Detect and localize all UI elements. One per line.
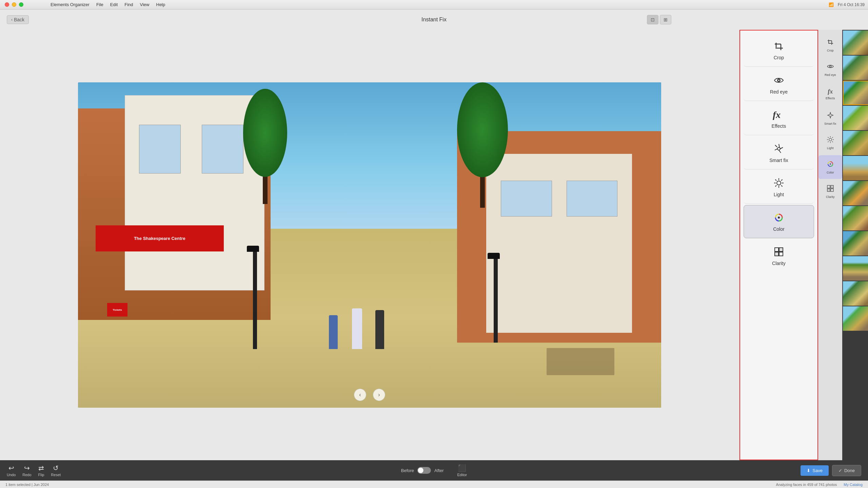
mini-smart-fix[interactable]: Smart fix bbox=[818, 106, 842, 130]
next-arrow[interactable]: › bbox=[373, 389, 385, 401]
thumbnail-10[interactable] bbox=[843, 256, 868, 281]
undo-label: Undo bbox=[7, 473, 16, 477]
person-3 bbox=[375, 310, 384, 349]
page-title: Instant Fix bbox=[421, 17, 447, 23]
nav-arrows: ‹ › bbox=[354, 389, 385, 401]
clarity-tool[interactable]: Clarity bbox=[744, 240, 814, 272]
svg-line-7 bbox=[779, 144, 780, 147]
redo-label: Redo bbox=[22, 473, 31, 477]
light-icon bbox=[773, 177, 785, 189]
svg-line-10 bbox=[775, 149, 777, 150]
thumbnail-5[interactable] bbox=[843, 131, 868, 155]
single-view-button[interactable]: ⊡ bbox=[647, 15, 658, 24]
flip-button[interactable]: ⇄ Flip bbox=[38, 464, 44, 477]
editor-button[interactable]: ⬛ Editor bbox=[457, 464, 467, 477]
mini-effects-icon: fx bbox=[828, 88, 833, 95]
redo-icon: ↪ bbox=[24, 464, 30, 472]
status-catalog[interactable]: My Catalog bbox=[844, 483, 863, 487]
tool-panel: Crop Red eye bbox=[739, 30, 818, 460]
thumbnail-3[interactable] bbox=[843, 81, 868, 105]
menu-help[interactable]: Help bbox=[156, 2, 165, 7]
maximize-button[interactable] bbox=[19, 2, 23, 7]
status-bar: 1 item selected | Jun 2024 Analyzing fac… bbox=[0, 481, 868, 488]
content-area: The Shakespeare Centre bbox=[0, 30, 739, 460]
bottom-right-actions: ⬇ Save ✓ Done bbox=[801, 465, 861, 476]
menu-edit[interactable]: Edit bbox=[110, 2, 118, 7]
prev-arrow[interactable]: ‹ bbox=[354, 389, 366, 401]
done-button[interactable]: ✓ Done bbox=[832, 465, 861, 476]
thumbnail-8[interactable] bbox=[843, 206, 868, 230]
thumbnail-1[interactable] bbox=[843, 30, 868, 55]
photo-frame: The Shakespeare Centre bbox=[78, 82, 661, 408]
reset-button[interactable]: ↺ Reset bbox=[51, 464, 61, 477]
menu-file[interactable]: File bbox=[96, 2, 103, 7]
red-eye-tool[interactable]: Red eye bbox=[744, 68, 814, 101]
thumbnail-7[interactable] bbox=[843, 181, 868, 205]
menu-view[interactable]: View bbox=[140, 2, 150, 7]
svg-line-21 bbox=[775, 185, 776, 187]
editor-icon: ⬛ bbox=[458, 464, 466, 472]
thumbnail-strip bbox=[842, 30, 868, 460]
mini-red-eye-label: Red eye bbox=[825, 73, 836, 77]
reset-icon: ↺ bbox=[53, 464, 59, 472]
color-label: Color bbox=[773, 226, 784, 232]
color-tool[interactable]: Color bbox=[744, 205, 814, 238]
svg-point-34 bbox=[829, 138, 832, 141]
svg-line-8 bbox=[780, 147, 783, 149]
thumbnail-11[interactable] bbox=[843, 281, 868, 306]
svg-rect-46 bbox=[831, 185, 833, 188]
save-button[interactable]: ⬇ Save bbox=[801, 465, 829, 476]
main-photo: The Shakespeare Centre bbox=[78, 82, 661, 408]
redo-button[interactable]: ↪ Redo bbox=[22, 464, 31, 477]
bottom-center: Before After ⬛ Editor bbox=[401, 464, 467, 477]
menu-find[interactable]: Find bbox=[124, 2, 133, 7]
thumbnail-9[interactable] bbox=[843, 231, 868, 256]
mini-red-eye[interactable]: Red eye bbox=[818, 58, 842, 81]
window-controls[interactable] bbox=[0, 2, 23, 7]
crop-icon bbox=[773, 40, 785, 52]
red-eye-label: Red eye bbox=[770, 89, 788, 95]
grid-view-button[interactable]: ⊞ bbox=[660, 15, 671, 24]
mini-color[interactable]: Color bbox=[818, 155, 842, 179]
mini-crop-label: Crop bbox=[827, 49, 834, 52]
svg-point-13 bbox=[777, 181, 781, 185]
light-tool[interactable]: Light bbox=[744, 171, 814, 204]
svg-line-40 bbox=[832, 141, 833, 142]
system-bar: 📶 Fri 4 Oct 16:39 bbox=[829, 2, 865, 7]
svg-rect-47 bbox=[827, 189, 830, 191]
person-2 bbox=[352, 308, 362, 349]
before-after-switch[interactable] bbox=[417, 467, 431, 474]
mini-crop[interactable]: Crop bbox=[818, 33, 842, 57]
done-label: Done bbox=[844, 468, 855, 473]
light-label: Light bbox=[774, 192, 784, 197]
back-button[interactable]: ‹ Back bbox=[7, 15, 29, 24]
mini-red-eye-icon bbox=[827, 63, 834, 72]
crop-tool[interactable]: Crop bbox=[744, 34, 814, 67]
thumbnail-4[interactable] bbox=[843, 106, 868, 130]
status-left: 1 item selected | Jun 2024 bbox=[5, 483, 49, 487]
mini-smart-fix-icon bbox=[827, 111, 834, 121]
reset-label: Reset bbox=[51, 473, 61, 477]
effects-tool[interactable]: fx Effects bbox=[744, 102, 814, 135]
minimize-button[interactable] bbox=[12, 2, 16, 7]
thumbnail-2[interactable] bbox=[843, 56, 868, 80]
svg-line-19 bbox=[781, 185, 783, 187]
mini-light[interactable]: Light bbox=[818, 131, 842, 155]
save-icon: ⬇ bbox=[807, 468, 810, 473]
mini-crop-icon bbox=[827, 38, 834, 47]
thumbnail-12[interactable] bbox=[843, 306, 868, 331]
smart-fix-tool[interactable]: Smart fix bbox=[744, 137, 814, 169]
before-label: Before bbox=[401, 468, 414, 473]
lamp-left bbox=[253, 247, 257, 349]
mini-color-icon bbox=[827, 160, 834, 169]
mini-clarity-label: Clarity bbox=[826, 195, 835, 199]
undo-button[interactable]: ↩ Undo bbox=[7, 464, 16, 477]
mini-light-icon bbox=[827, 136, 834, 145]
svg-rect-48 bbox=[831, 189, 833, 191]
mini-effects[interactable]: fx Effects bbox=[818, 82, 842, 106]
mini-clarity[interactable]: Clarity bbox=[818, 180, 842, 203]
thumbnail-6[interactable] bbox=[843, 156, 868, 180]
close-button[interactable] bbox=[5, 2, 9, 7]
mini-effects-label: Effects bbox=[826, 97, 835, 100]
svg-line-18 bbox=[775, 180, 776, 181]
